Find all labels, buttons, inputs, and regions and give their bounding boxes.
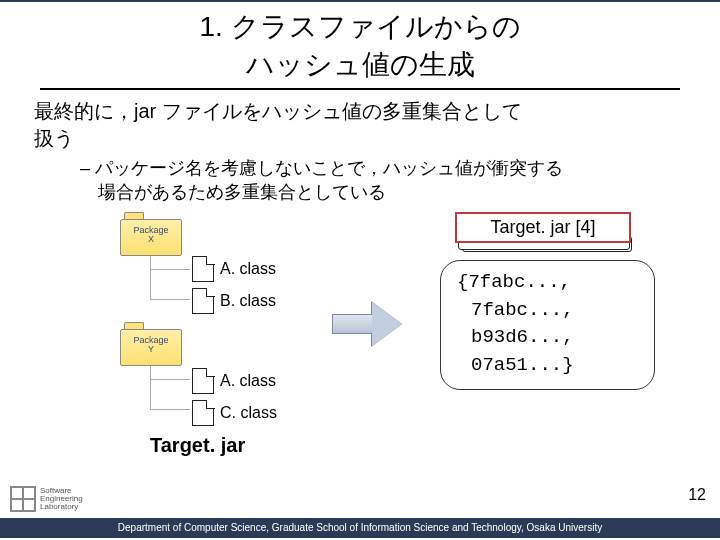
folder-package-y: Package Y bbox=[120, 322, 182, 366]
file-icon bbox=[192, 256, 214, 282]
title-underline bbox=[40, 88, 680, 90]
connector bbox=[150, 366, 190, 410]
connector bbox=[150, 256, 190, 300]
arrow-icon bbox=[332, 302, 402, 346]
body-line-2: 扱う bbox=[34, 125, 690, 152]
folder-label-y: Package Y bbox=[120, 336, 182, 355]
slide-title: 1. クラスファイルからの ハッシュ値の生成 bbox=[0, 2, 720, 88]
hash-line-3: b93d6..., bbox=[457, 326, 574, 348]
target-jar-label: Target. jar bbox=[150, 434, 245, 457]
target-title-text: Target. jar [4] bbox=[490, 217, 595, 237]
file-icon bbox=[192, 400, 214, 426]
title-line-1: 1. クラスファイルからの bbox=[199, 11, 520, 42]
slide: 1. クラスファイルからの ハッシュ値の生成 最終的に，jar ファイルをハッシ… bbox=[0, 0, 720, 540]
sub-bullet-line-2: 場合があるため多重集合としている bbox=[80, 180, 690, 204]
file-label-a1: A. class bbox=[220, 260, 276, 278]
file-label-b: B. class bbox=[220, 292, 276, 310]
file-icon bbox=[192, 288, 214, 314]
target-title-box: Target. jar [4] bbox=[455, 212, 631, 243]
folder-package-x: Package X bbox=[120, 212, 182, 256]
hash-line-1: {7fabc..., bbox=[457, 271, 571, 293]
logo-mark-icon bbox=[10, 486, 36, 512]
title-line-2: ハッシュ値の生成 bbox=[246, 49, 475, 80]
file-label-c: C. class bbox=[220, 404, 277, 422]
body-line-1: 最終的に，jar ファイルをハッシュ値の多重集合として bbox=[34, 98, 690, 125]
hash-multiset-box: {7fabc..., 7fabc..., b93d6..., 07a51...} bbox=[440, 260, 655, 390]
hash-line-2: 7fabc..., bbox=[457, 299, 574, 321]
footer-text: Department of Computer Science, Graduate… bbox=[118, 522, 602, 533]
logo-text: Software Engineering Laboratory bbox=[40, 487, 83, 511]
slide-number: 12 bbox=[688, 486, 706, 504]
body-text: 最終的に，jar ファイルをハッシュ値の多重集合として 扱う – パッケージ名を… bbox=[0, 98, 720, 204]
sub-bullet-line-1: – パッケージ名を考慮しないことで，ハッシュ値が衝突する bbox=[80, 156, 690, 180]
footer-bar: Department of Computer Science, Graduate… bbox=[0, 518, 720, 538]
file-icon bbox=[192, 368, 214, 394]
hash-line-4: 07a51...} bbox=[457, 354, 574, 376]
sub-bullet: – パッケージ名を考慮しないことで，ハッシュ値が衝突する 場合があるため多重集合… bbox=[34, 152, 690, 204]
diagram: Package X A. class B. class Package Y A.… bbox=[0, 212, 720, 467]
lab-logo: Software Engineering Laboratory bbox=[10, 484, 130, 514]
file-label-a2: A. class bbox=[220, 372, 276, 390]
folder-label-x: Package X bbox=[120, 226, 182, 245]
